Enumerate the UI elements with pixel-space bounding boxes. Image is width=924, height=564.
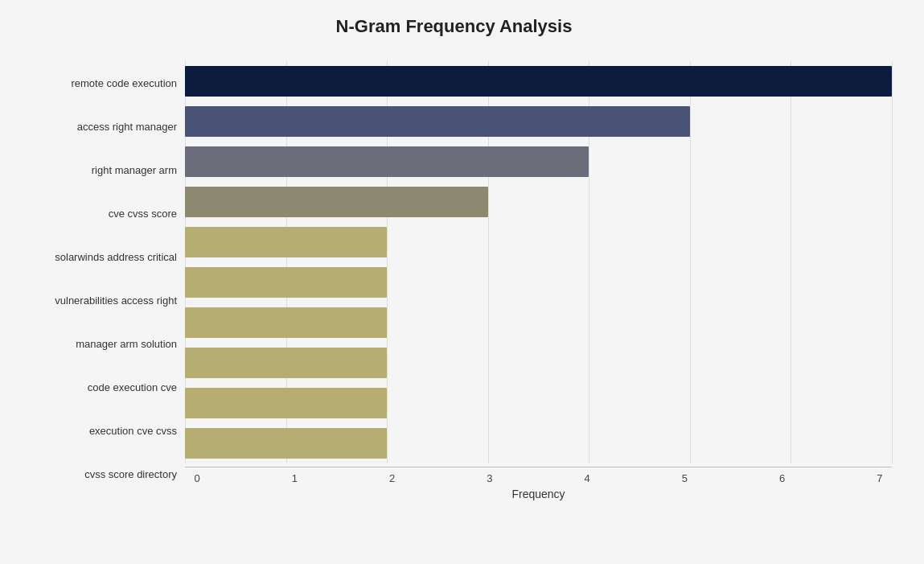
- y-labels: remote code executionaccess right manage…: [16, 61, 185, 496]
- y-label: code execution cve: [88, 366, 177, 410]
- bar-row: [185, 61, 892, 101]
- y-label: cve cvss score: [109, 191, 177, 235]
- bar-row: [185, 222, 892, 262]
- bar: [185, 267, 387, 298]
- bar-row: [185, 101, 892, 142]
- y-label: manager arm solution: [76, 323, 177, 366]
- x-tick: 1: [282, 472, 306, 484]
- chart-title: N-Gram Frequency Analysis: [16, 16, 892, 37]
- bar-row: [185, 262, 892, 303]
- bar: [185, 66, 892, 97]
- y-label: access right manager: [77, 105, 177, 148]
- bar: [185, 388, 387, 418]
- x-tick: 3: [478, 472, 502, 484]
- y-label: solarwinds address critical: [55, 235, 177, 278]
- x-tick: 0: [185, 472, 209, 484]
- bar-row: [185, 343, 892, 383]
- bar: [185, 307, 387, 338]
- x-tick: 4: [575, 472, 599, 484]
- bar: [185, 187, 488, 217]
- bars-area: [185, 61, 892, 463]
- y-label: vulnerabilities access right: [55, 278, 177, 322]
- bar: [185, 106, 690, 137]
- bar: [185, 146, 589, 177]
- bar-row: [185, 142, 892, 182]
- bar-row: [185, 383, 892, 423]
- grid-line: [892, 61, 893, 463]
- bar-row: [185, 182, 892, 222]
- x-axis-container: 01234567 Frequency: [185, 463, 892, 500]
- bar-row: [185, 423, 892, 463]
- bar-row: [185, 303, 892, 343]
- x-tick: 6: [770, 472, 795, 484]
- chart-area: remote code executionaccess right manage…: [16, 61, 892, 496]
- bar: [185, 227, 387, 257]
- y-label: execution cve cvss: [89, 410, 177, 453]
- bars-and-x: 01234567 Frequency: [185, 61, 892, 496]
- x-tick: 7: [868, 472, 892, 484]
- x-axis-label: Frequency: [185, 488, 892, 500]
- x-tick: 5: [672, 472, 696, 484]
- x-axis: 01234567: [185, 467, 892, 484]
- chart-container: N-Gram Frequency Analysis remote code ex…: [0, 0, 924, 564]
- y-label: remote code execution: [71, 61, 177, 105]
- bar: [185, 348, 387, 378]
- x-tick: 2: [380, 472, 405, 484]
- y-label: right manager arm: [92, 148, 177, 191]
- bar: [185, 428, 387, 459]
- y-label: cvss score directory: [84, 453, 177, 496]
